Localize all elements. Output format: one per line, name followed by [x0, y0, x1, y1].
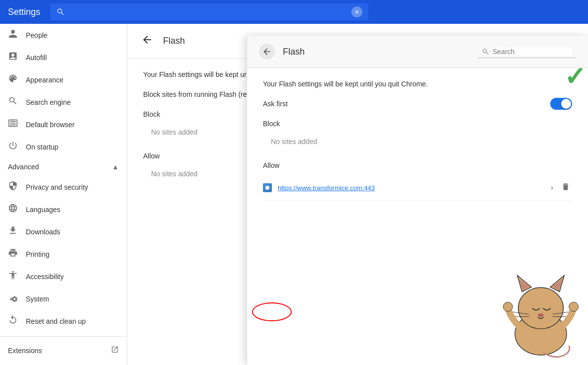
privacy-icon [8, 181, 18, 193]
ask-first-label: Ask first [263, 100, 288, 108]
advanced-section-header[interactable]: Advanced ▲ [0, 158, 127, 176]
svg-marker-20 [550, 275, 564, 292]
sidebar-item-system-label: System [26, 295, 49, 303]
panel-front-info: Your Flash settings will be kept until y… [263, 80, 572, 88]
top-bar: Settings Flash × [0, 0, 588, 24]
panel-front-back-button[interactable] [259, 44, 275, 60]
svg-point-23 [538, 313, 543, 317]
sidebar-item-appearance[interactable]: Appearance [0, 69, 127, 91]
panel-front-search [478, 46, 576, 58]
panel-front-title: Flash [283, 47, 470, 57]
site-entry: https://www.transformice.com:443 › [263, 175, 572, 201]
ask-first-toggle[interactable] [550, 98, 572, 110]
search-icon [56, 7, 65, 16]
advanced-label: Advanced [8, 163, 39, 171]
site-chevron-icon: › [551, 184, 553, 192]
sidebar-item-reset-label: Reset and clean up [26, 317, 86, 325]
svg-marker-21 [519, 279, 530, 291]
svg-point-28 [503, 302, 512, 311]
sidebar-item-extensions[interactable]: Extensions [0, 341, 127, 360]
sidebar-item-people-label: People [26, 31, 48, 39]
downloads-icon [8, 225, 18, 238]
panel-front: Flash Your Flash settings will be kept u… [247, 36, 588, 365]
sidebar-item-people[interactable]: People [0, 24, 127, 46]
global-search-input[interactable]: Flash [69, 7, 347, 16]
panel-front-search-icon [482, 48, 490, 56]
appearance-icon [8, 73, 18, 86]
site-url[interactable]: https://www.transformice.com:443 [278, 184, 545, 192]
sidebar-item-on-startup[interactable]: On startup [0, 136, 127, 158]
block-section-front-title: Block [263, 120, 572, 128]
svg-point-17 [515, 313, 567, 355]
panel-back-back-button[interactable] [139, 32, 155, 50]
sidebar-item-autofill-label: Autofill [26, 54, 47, 62]
accessibility-icon [8, 270, 18, 283]
clear-search-button[interactable]: × [351, 6, 362, 17]
sidebar-divider [0, 336, 127, 337]
sidebar-item-search-engine[interactable]: Search engine [0, 91, 127, 113]
block-no-sites-front: No sites added [263, 134, 572, 149]
main-layout: People Autofill Appearance Search engine [0, 24, 588, 365]
site-delete-button[interactable] [559, 180, 572, 195]
svg-point-29 [569, 302, 579, 311]
sidebar-item-printing-label: Printing [26, 250, 49, 258]
chevron-up-icon: ▲ [112, 163, 119, 171]
panel-front-search-input[interactable] [493, 48, 572, 56]
annotation-circle-allow [252, 302, 292, 321]
person-icon [8, 29, 18, 41]
content-area: Flash Your Flash settings will be kept u… [127, 24, 588, 365]
panel-front-body: Your Flash settings will be kept until y… [247, 68, 588, 213]
printing-icon [8, 248, 18, 260]
autofill-icon [8, 51, 18, 64]
sidebar-item-downloads[interactable]: Downloads [0, 220, 127, 243]
on-startup-icon [8, 141, 18, 153]
sidebar-item-downloads-label: Downloads [26, 228, 60, 236]
sidebar-item-reset[interactable]: Reset and clean up [0, 310, 127, 332]
toggle-track-on [550, 98, 572, 110]
sidebar: People Autofill Appearance Search engine [0, 24, 127, 365]
sidebar-item-printing[interactable]: Printing [0, 243, 127, 265]
sidebar-item-search-engine-label: Search engine [26, 98, 71, 106]
sidebar-item-on-startup-label: On startup [26, 143, 58, 151]
extensions-label: Extensions [8, 347, 42, 355]
sidebar-item-default-browser-label: Default browser [26, 121, 75, 129]
svg-line-26 [553, 312, 569, 314]
sidebar-item-system[interactable]: System [0, 288, 127, 310]
panel-front-header: Flash [247, 36, 588, 68]
character-cat-front [499, 266, 583, 360]
sidebar-item-languages-label: Languages [26, 206, 60, 214]
svg-line-24 [512, 312, 529, 314]
site-favicon [263, 183, 272, 192]
global-search-bar: Flash × [50, 3, 368, 20]
sidebar-item-default-browser[interactable]: Default browser [0, 113, 127, 136]
svg-point-18 [518, 288, 564, 329]
system-icon [8, 292, 18, 305]
sidebar-item-appearance-label: Appearance [26, 76, 64, 84]
sidebar-item-languages[interactable]: Languages [0, 198, 127, 220]
sidebar-item-accessibility-label: Accessibility [26, 273, 64, 281]
sidebar-item-privacy-label: Privacy and security [26, 183, 88, 191]
sidebar-item-autofill[interactable]: Autofill [0, 46, 127, 69]
sidebar-item-accessibility[interactable]: Accessibility [0, 265, 127, 288]
allow-section-front-title: Allow [263, 161, 572, 169]
svg-marker-22 [552, 279, 563, 291]
sidebar-item-about[interactable]: About Chrome [0, 360, 127, 365]
sidebar-item-privacy[interactable]: Privacy and security [0, 176, 127, 198]
reset-icon [8, 315, 18, 327]
svg-point-16 [265, 186, 269, 190]
app-title: Settings [8, 7, 40, 17]
ask-first-setting-row: Ask first [263, 98, 572, 110]
languages-icon [8, 203, 18, 216]
svg-marker-19 [517, 275, 531, 292]
external-link-icon [111, 346, 119, 355]
default-browser-icon [8, 118, 18, 131]
search-engine-icon [8, 96, 18, 108]
toggle-thumb-on [561, 99, 571, 109]
